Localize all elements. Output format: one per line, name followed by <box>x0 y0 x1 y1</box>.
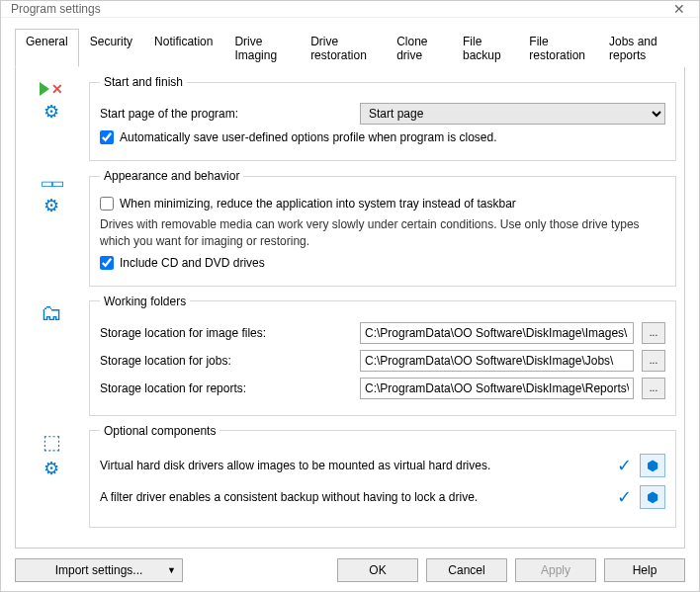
tabs-area: General Security Notification Drive Imag… <box>1 18 699 549</box>
help-button[interactable]: Help <box>604 558 685 582</box>
tab-bar: General Security Notification Drive Imag… <box>15 28 685 67</box>
gear-icon: ⚙ <box>44 458 59 479</box>
folders-icon-group: 🗂 <box>24 295 79 416</box>
optional-icon-group: ⬚ ⚙ <box>24 424 79 528</box>
appearance-icon-group: ▭▭ ⚙ <box>24 169 79 287</box>
autosave-label: Automatically save user-defined options … <box>120 130 497 144</box>
check-icon: ✓ <box>617 455 632 476</box>
browse-reports-button[interactable]: ... <box>642 378 665 399</box>
folders-icon: 🗂 <box>41 300 62 326</box>
include-cd-checkbox[interactable] <box>100 256 114 270</box>
images-label: Storage location for image files: <box>100 326 352 340</box>
package-icon: ⬚ <box>43 430 61 454</box>
tab-notification[interactable]: Notification <box>143 29 223 67</box>
gear-icon: ⚙ <box>44 101 59 123</box>
x-icon: ✕ <box>51 81 63 97</box>
removable-note: Drives with removable media can work ver… <box>100 216 665 250</box>
start-legend: Start and finish <box>100 75 187 89</box>
section-optional: ⬚ ⚙ Optional components Virtual hard dis… <box>24 424 676 528</box>
autosave-checkbox[interactable] <box>100 130 114 144</box>
reports-label: Storage location for reports: <box>100 381 352 395</box>
browse-jobs-button[interactable]: ... <box>642 350 665 372</box>
window-title: Program settings <box>11 2 669 16</box>
footer: Import settings... ▼ OK Cancel Apply Hel… <box>1 549 699 592</box>
optional-legend: Optional components <box>100 424 219 438</box>
gear-icon: ⚙ <box>44 195 59 216</box>
play-icon <box>40 82 49 96</box>
images-path-input[interactable] <box>360 322 634 344</box>
start-page-label: Start page of the program: <box>100 107 352 121</box>
tab-general[interactable]: General <box>15 29 79 67</box>
section-appearance: ▭▭ ⚙ Appearance and behavior When minimi… <box>24 169 676 287</box>
vhd-component-button[interactable]: ⬢ <box>640 454 665 477</box>
import-label: Import settings... <box>55 563 143 577</box>
minimize-checkbox[interactable] <box>100 197 114 211</box>
tab-drive-imaging[interactable]: Drive Imaging <box>223 29 300 67</box>
start-page-select[interactable]: Start page <box>360 103 665 125</box>
tab-content: ✕ ⚙ Start and finish Start page of the p… <box>15 67 685 549</box>
import-settings-button[interactable]: Import settings... ▼ <box>15 558 183 582</box>
start-icon-group: ✕ ⚙ <box>24 75 79 161</box>
settings-window: Program settings ✕ Customize O&O DiskIma… <box>0 0 700 592</box>
check-icon: ✓ <box>617 486 632 508</box>
include-cd-label: Include CD and DVD drives <box>120 256 265 270</box>
filter-text: A filter driver enables a consistent bac… <box>100 490 609 504</box>
section-folders: 🗂 Working folders Storage location for i… <box>24 295 676 416</box>
tab-clone-drive[interactable]: Clone drive <box>386 29 452 67</box>
windows-icon: ▭▭ <box>41 175 62 191</box>
folders-legend: Working folders <box>100 295 190 308</box>
titlebar: Program settings ✕ <box>1 1 699 18</box>
chevron-down-icon: ▼ <box>167 565 176 575</box>
browse-images-button[interactable]: ... <box>642 322 665 344</box>
close-icon[interactable]: ✕ <box>669 1 689 17</box>
tab-file-backup[interactable]: File backup <box>452 29 518 67</box>
tab-jobs-reports[interactable]: Jobs and reports <box>598 29 685 67</box>
appearance-legend: Appearance and behavior <box>100 169 243 183</box>
ok-button[interactable]: OK <box>337 558 418 582</box>
jobs-label: Storage location for jobs: <box>100 354 352 368</box>
jobs-path-input[interactable] <box>360 350 634 372</box>
filter-component-button[interactable]: ⬢ <box>640 485 665 509</box>
tab-drive-restoration[interactable]: Drive restoration <box>300 29 386 67</box>
section-start: ✕ ⚙ Start and finish Start page of the p… <box>24 75 676 161</box>
vhd-text: Virtual hard disk drivers allow images t… <box>100 459 609 472</box>
apply-button[interactable]: Apply <box>515 558 596 582</box>
tab-security[interactable]: Security <box>79 29 143 67</box>
tab-file-restoration[interactable]: File restoration <box>518 29 598 67</box>
minimize-label: When minimizing, reduce the application … <box>120 197 516 211</box>
reports-path-input[interactable] <box>360 378 634 399</box>
cancel-button[interactable]: Cancel <box>426 558 507 582</box>
